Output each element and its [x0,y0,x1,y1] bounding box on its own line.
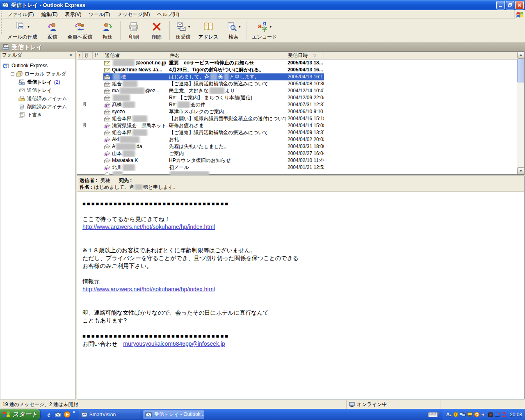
sidebar-item-local-folders[interactable]: −ローカル フォルダ [0,70,75,78]
toolbar-grip[interactable] [1,19,2,35]
attachment-cell [83,150,93,157]
priority-column-header[interactable]: ! [77,52,83,59]
message-row[interactable]: 山本xxxxxご案内2004/02/27 16:04 [77,150,517,157]
message-row[interactable]: Masataka.KHPカウンタ復旧のお知らせ2004/02/10 11:44 [77,157,517,164]
toolbar-find-button[interactable]: ▾検索 [222,19,245,42]
message-row[interactable]: xxxxxxxxxxxxxxxxxxxx [77,171,517,175]
sender-cell: 組合本部xxxxxx [103,115,168,122]
body-text-line: こともあります? [82,317,520,324]
volume-icon[interactable] [481,412,486,417]
dropdown-arrow-icon[interactable]: ▾ [188,25,190,29]
received-column-header[interactable]: 受信日時▽ [286,52,324,59]
priority-cell [77,101,83,108]
message-row[interactable]: xxxxxxxRe: 【ご案内】 まちづくり本舗(返信)2004/12/09 2… [77,94,517,101]
folder-pane: フォルダ ✕ Outlook Express−ローカル フォルダ受信トレイ(2)… [0,51,76,399]
sidebar-item-drafts[interactable]: 下書き [0,111,75,119]
menu-item-edit[interactable]: 編集(E) [37,10,61,19]
message-row[interactable]: maxxxxxxxxxx@ez...民主党、大好きなxxxxxxより2004/1… [77,87,517,94]
sender-cell: Akixxxxxxxx [103,136,168,143]
menu-item-file[interactable]: ファイル(F) [4,10,37,19]
quick-launch-overflow-chevron[interactable]: » [73,409,75,417]
toolbar-addresses-button[interactable]: アドレス [194,19,222,42]
message-row[interactable]: 髙橋xxxxxRe: xxxxx会の件2004/07/31 12:37 [77,101,517,108]
message-row[interactable]: 北川xxxxx初メール2004/01/21 12:53 [77,164,517,171]
message-row[interactable]: 組合本部xxxxxx【お願い】組織内議員団弔慰金積立金の送付について2004/0… [77,115,517,122]
sidebar-item-deleted-items[interactable]: 削除済みアイテム [0,103,75,111]
restore-button[interactable] [506,1,514,9]
task-button-smartvision[interactable]: SmartVision [79,410,140,419]
attachment-column-header[interactable] [83,52,93,59]
dropdown-arrow-icon[interactable]: ▾ [270,25,272,29]
ime-a-icon[interactable]: A▸ [446,412,452,418]
scroll-up-button[interactable] [517,52,524,59]
sidebar-item-outlook-express[interactable]: Outlook Express [0,62,75,70]
toolbar-grip[interactable] [1,11,2,17]
menu-item-help[interactable]: ヘルプ(H) [153,10,183,19]
message-row[interactable]: syozo草津市スポレクのご案内2004/06/10 9:10 [77,108,517,115]
folder-label: 送信済みアイテム [27,95,67,102]
menu-item-view[interactable]: 表示(V) [61,10,85,19]
message-row[interactable]: QuickTime News Ja...4月29日、Tigerの封印がついに解か… [77,66,517,73]
sender-text-redacted: xxxxxxxxxx [120,87,144,94]
title-bar[interactable]: 受信トレイ - Outlook Express [0,0,525,10]
hyperlink[interactable]: http://www.anzwers.net/hot/sokuhame/hp/i… [82,224,215,230]
minimize-button[interactable] [496,1,505,9]
message-row[interactable]: Akixxxxxxxxお礼2004/04/02 20:03 [77,136,517,143]
toolbar-reply-button[interactable]: 返信 [41,19,64,42]
windows-logo [514,10,525,19]
sender-text-redacted: xxxx [113,171,123,175]
toolbar-forward-button[interactable]: 転送 [96,19,119,42]
network-icon[interactable] [460,412,466,417]
tv-icon[interactable] [495,412,500,417]
message-list-scrollbar[interactable] [517,52,524,174]
monitor-icon[interactable] [467,412,472,417]
row-filler [324,101,517,108]
internet-explorer-icon[interactable]: e [44,410,53,419]
subject-cell: ご案内 [168,150,286,157]
reply-icon [47,21,58,33]
subject-column-header[interactable]: 件名 [168,52,286,59]
sidebar-item-outbox[interactable]: 送信トレイ [0,86,75,94]
priority-cell [77,73,83,80]
scroll-down-button[interactable] [517,167,524,174]
alert-icon[interactable] [502,412,507,417]
recorder-icon[interactable] [488,412,493,417]
flag-column-header[interactable] [93,52,103,59]
body-link-line: http://www.anzwers.net/hot/sokuhame/hp/i… [82,285,520,293]
menu-item-message[interactable]: メッセージ(M) [114,10,153,19]
toolbar-send-receive-button[interactable]: ▾送受信 [171,19,194,42]
outlook-express-icon[interactable] [53,410,62,419]
media-player-icon[interactable] [62,410,71,419]
message-row[interactable]: 滋賀県議会 県民ネット...研修お疲れさま2004/04/14 15:08 [77,122,517,129]
dropdown-arrow-icon[interactable]: ▾ [27,25,29,29]
toolbar-delete-button[interactable]: 削除 [145,19,168,42]
sidebar-item-inbox[interactable]: 受信トレイ(2) [0,78,75,86]
message-row[interactable]: Axxxxxxxxda先程は失礼いたしました。2004/03/31 18:00 [77,143,517,150]
message-row[interactable]: 組合本部xxxxxx【ご連絡】議員活動補助金の振込みについて2004/04/09… [77,129,517,136]
ime-keyboard-icon[interactable]: ' [426,409,442,420]
task-button-outlook[interactable]: 受信トレイ - Outlook ... [143,410,204,419]
toolbar-compose-button[interactable]: ▾メールの作成 [4,19,41,42]
update-icon[interactable] [474,412,479,417]
message-row[interactable]: xxx穂はじめまして。斉xxx美xxと申します。2005/04/13 16:17 [77,73,517,80]
message-row[interactable]: 組合xxxxxx【ご連絡】議員活動補助金の振込みについて2005/04/08 1… [77,80,517,87]
message-row[interactable]: xxxxxxxx@eonet.ne.jp重要 eoサービス一時停止のお知らせ20… [77,59,517,66]
tree-expander[interactable]: − [11,72,14,76]
shield-icon[interactable] [453,412,458,417]
contact-email-link[interactable]: muryousyoukaicom6846pp@infoseek.jp [123,340,225,347]
hyperlink[interactable]: http://www.anzwers.net/hot/sokuhame/hp/i… [82,286,215,292]
scrollbar-thumb[interactable] [517,59,524,82]
close-button[interactable] [515,1,524,9]
menu-item-tools[interactable]: ツール(T) [85,10,114,19]
start-button[interactable]: スタート [0,409,40,420]
toolbar-encoding-button[interactable]: aЯ字▾エンコード [248,19,281,42]
subject-text: 【お願い】組織内議員団弔慰金積立金の送付について [169,115,286,122]
task-button-label: 受信トレイ - Outlook ... [154,411,204,418]
toolbar-reply-all-button[interactable]: 全員へ返信 [64,19,96,42]
toolbar-print-button[interactable]: 印刷 [122,19,145,42]
filler-column-header[interactable] [324,52,517,59]
sender-column-header[interactable]: 送信者 [103,52,168,59]
sidebar-item-sent-items[interactable]: 送信済みアイテム [0,94,75,103]
dropdown-arrow-icon[interactable]: ▾ [239,25,240,29]
close-folder-pane-button[interactable]: ✕ [68,52,74,58]
